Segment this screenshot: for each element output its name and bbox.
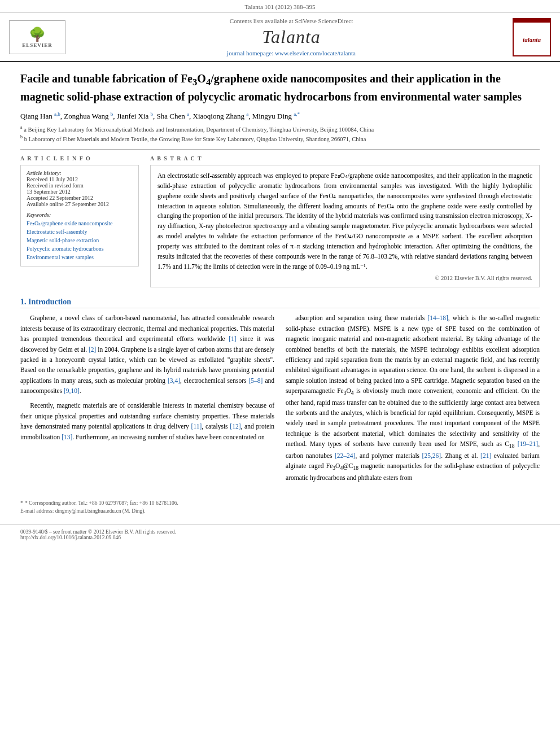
footer-issn: 0039-9140/$ – see front matter © 2012 El… [20,529,176,535]
article-title: Facile and tunable fabrication of Fe3O4/… [20,71,540,104]
main-content: Facile and tunable fabrication of Fe3O4/… [0,62,560,496]
journal-citation: Talanta 101 (2012) 388–395 [245,3,316,10]
corresponding-star: * [20,499,24,506]
elsevier-logo: 🌳 ELSEVIER [9,20,65,54]
intro-body-cols: Graphene, a novel class of carbon-based … [20,313,540,487]
abstract-text: An electrostatic self-assembly approach … [158,171,532,272]
affiliations: a a Beijing Key Laboratory for Microanal… [20,124,540,143]
contents-available-line: Contents lists available at SciVerse Sci… [77,18,506,24]
footnote-email: E-mail address: dingmy@mail.tsinghua.edu… [20,508,146,514]
footnote-corresponding: * Corresponding author. Tel.: +86 10 627… [25,500,178,506]
journal-header: 🌳 ELSEVIER Contents lists available at S… [0,13,560,62]
keyword-3: Magnetic solid-phase extraction [27,236,133,244]
intro-col1: Graphene, a novel class of carbon-based … [20,313,274,487]
history-label: Article history: [27,170,133,176]
ref-19-21: [19–21] [518,440,538,447]
ref-9-10: [9,10] [64,387,80,394]
footnote-section: * * Corresponding author. Tel.: +86 10 6… [0,499,560,515]
journal-info-center: Contents lists available at SciVerse Sci… [77,18,506,56]
keywords-section: Keywords: Fe₃O₄/graphene oxide nanocompo… [27,212,133,261]
available-date: Available online 27 September 2012 [27,201,133,207]
keywords-label: Keywords: [27,212,133,218]
intro-para-2: Recently, magnetic materials are of cons… [20,400,274,442]
talanta-logo-container: talanta [506,18,551,56]
page-footer: 0039-9140/$ – see front matter © 2012 El… [0,524,560,543]
footer-doi: http://dx.doi.org/10.1016/j.talanta.2012… [20,535,540,540]
footer-row: 0039-9140/$ – see front matter © 2012 El… [20,529,540,535]
journal-title: Talanta [77,27,506,47]
ref-12: [12] [230,423,240,430]
received-date: Received 11 July 2012 [27,176,133,182]
abstract-col: A B S T R A C T An electrostatic self-as… [150,155,540,287]
ref-2: [2] [89,346,96,353]
ref-21b: [21] [480,452,491,459]
intro-heading: 1. Introduction [20,298,540,308]
affiliation-b: b b Laboratory of Fiber Materials and Mo… [20,134,540,143]
page: Talanta 101 (2012) 388–395 🌳 ELSEVIER Co… [0,0,560,747]
top-bar: Talanta 101 (2012) 388–395 [0,0,560,13]
elsevier-tree-icon: 🌳 [29,27,46,42]
copyright-line: © 2012 Elsevier B.V. All rights reserved… [158,275,532,281]
ref-13: [13] [62,434,72,440]
ref-5-8: [5–8] [248,377,262,384]
ref-3-4: [3,4] [168,377,180,384]
journal-homepage: journal homepage: www.elsevier.com/locat… [77,50,506,56]
talanta-logo: talanta [513,18,551,56]
ref-22-24: [22–24] [335,452,355,459]
article-info-col: A R T I C L E I N F O Article history: R… [20,155,139,287]
ref-1: [1] [229,335,236,342]
ref-25-26: [25,26] [422,452,441,459]
authors-line: Qiang Han a,b, Zonghua Wang b, Jianfei X… [20,111,540,121]
article-history: Article history: Received 11 July 2012 R… [27,170,133,207]
intro-para-1: Graphene, a novel class of carbon-based … [20,313,274,396]
abstract-label: A B S T R A C T [150,155,540,161]
ref-11: [11] [191,423,202,430]
revised-date: 13 September 2012 [27,189,133,195]
intro-section: 1. Introduction Graphene, a novel class … [20,298,540,487]
keyword-1: Fe₃O₄/graphene oxide nanocomposite [27,219,133,228]
article-info-label: A R T I C L E I N F O [20,155,139,161]
elsevier-text: ELSEVIER [22,42,53,48]
title-divider [20,149,540,150]
article-info-box: Article history: Received 11 July 2012 R… [20,165,139,267]
info-abstract-row: A R T I C L E I N F O Article history: R… [20,155,540,287]
ref-14-18: [14–18] [427,314,448,321]
elsevier-logo-container: 🌳 ELSEVIER [9,20,77,54]
intro-para-3: adsorption and separation using these ma… [286,313,540,483]
affiliation-a: a a Beijing Key Laboratory for Microanal… [20,124,540,134]
intro-col2: adsorption and separation using these ma… [286,313,540,487]
footnote-star-line: * * Corresponding author. Tel.: +86 10 6… [20,499,540,507]
keyword-4: Polycyclic aromatic hydrocarbons [27,244,133,253]
footnote-email-line: E-mail address: dingmy@mail.tsinghua.edu… [20,508,540,515]
received-revised-label: Received in revised form [27,182,133,189]
accepted-date: Accepted 22 September 2012 [27,195,133,201]
keyword-5: Environmental water samples [27,253,133,261]
keyword-2: Electrostatic self-assembly [27,228,133,236]
abstract-box: An electrostatic self-assembly approach … [150,165,540,287]
homepage-url[interactable]: www.elsevier.com/locate/talanta [275,50,356,56]
